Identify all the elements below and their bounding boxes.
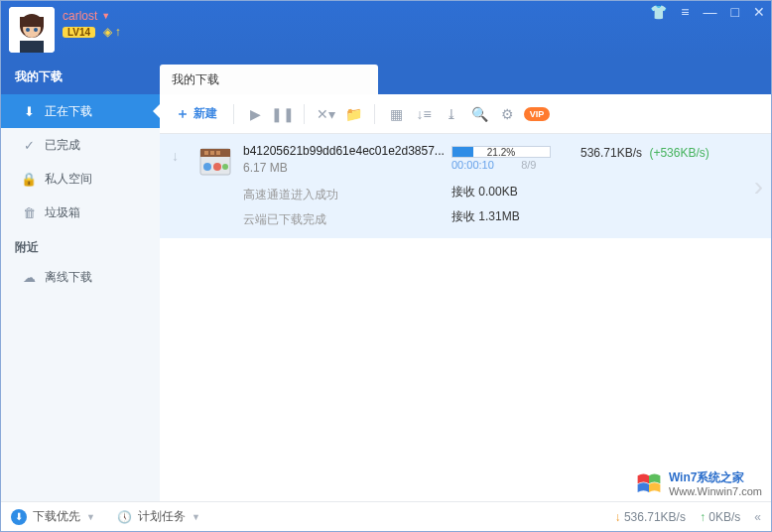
schedule-label[interactable]: 计划任务 bbox=[138, 508, 186, 525]
titlebar: carlost▼ LV14 ◈ ↑ 👕 ≡ — □ ✕ bbox=[1, 1, 771, 59]
rx-val: 0.00KB bbox=[478, 185, 517, 199]
file-status-2: 云端已下载完成 bbox=[243, 211, 451, 228]
file-name: b41205621b99dd61e4ec01e2d3857... bbox=[243, 144, 451, 158]
close-button[interactable]: ✕ bbox=[753, 5, 765, 19]
priority-icon[interactable]: ⬇ bbox=[11, 509, 27, 525]
chevron-down-icon: ▼ bbox=[86, 512, 95, 522]
sidebar-item-completed[interactable]: ✓ 已完成 bbox=[1, 128, 160, 162]
separator bbox=[233, 104, 234, 124]
rx-line-2: 接收 1.31MB bbox=[451, 208, 580, 225]
progress-bar: 21.2% bbox=[451, 146, 551, 158]
sidebar-item-label: 私人空间 bbox=[45, 171, 92, 188]
minimize-button[interactable]: — bbox=[704, 5, 717, 19]
import-icon[interactable]: ⤓ bbox=[441, 103, 462, 125]
speed-boost: (+536KB/s) bbox=[649, 146, 708, 160]
file-size: 6.17 MB bbox=[243, 161, 451, 175]
sidebar-item-label: 垃圾箱 bbox=[45, 204, 80, 221]
level-badge: LV14 bbox=[63, 27, 95, 38]
svg-point-12 bbox=[203, 163, 211, 171]
chevron-down-icon: ▼ bbox=[192, 512, 200, 522]
username[interactable]: carlost▼ bbox=[63, 9, 121, 23]
sidebar-item-trash[interactable]: 🗑 垃圾箱 bbox=[1, 196, 160, 229]
separator bbox=[374, 104, 375, 124]
progress-meta: 00:00:10 8/9 bbox=[451, 158, 580, 172]
sidebar-header: 我的下载 bbox=[1, 59, 160, 94]
shirt-icon[interactable]: 👕 bbox=[650, 5, 667, 19]
svg-rect-11 bbox=[216, 151, 220, 155]
sidebar-item-label: 离线下载 bbox=[45, 269, 92, 286]
menu-icon[interactable]: ≡ bbox=[681, 5, 689, 19]
chevron-down-icon: ▼ bbox=[101, 11, 110, 21]
svg-rect-6 bbox=[20, 41, 44, 53]
check-icon: ✓ bbox=[21, 138, 37, 153]
up-arrow-icon: ↑ bbox=[700, 510, 706, 524]
sidebar: 我的下载 ⬇ 正在下载 ✓ 已完成 🔒 私人空间 🗑 垃圾箱 附近 ☁ 离线下载 bbox=[1, 59, 160, 501]
sidebar-item-downloading[interactable]: ⬇ 正在下载 bbox=[1, 94, 160, 128]
new-label: 新建 bbox=[193, 105, 217, 122]
user-block: carlost▼ LV14 ◈ ↑ bbox=[63, 9, 121, 39]
sidebar-sub-header: 附近 bbox=[1, 229, 160, 260]
play-button[interactable]: ▶ bbox=[244, 103, 266, 125]
sidebar-item-private[interactable]: 🔒 私人空间 bbox=[1, 162, 160, 196]
progress-percent: 21.2% bbox=[452, 147, 550, 159]
up-speed-value: 0KB/s bbox=[708, 510, 740, 524]
username-text: carlost bbox=[63, 9, 97, 23]
svg-point-5 bbox=[34, 28, 38, 32]
statusbar: ⬇ 下载优先 ▼ 🕔 计划任务 ▼ ↓ 536.71KB/s ↑ 0KB/s « bbox=[1, 501, 771, 531]
body: 我的下载 ⬇ 正在下载 ✓ 已完成 🔒 私人空间 🗑 垃圾箱 附近 ☁ 离线下载 bbox=[1, 59, 771, 501]
progress-block: 21.2% 00:00:10 8/9 接收 0.00KB 接收 1.31MB bbox=[451, 144, 580, 225]
maximize-button[interactable]: □ bbox=[731, 5, 739, 19]
folder-button[interactable]: 📁 bbox=[342, 103, 364, 125]
down-speed-value: 536.71KB/s bbox=[624, 510, 686, 524]
window-controls: 👕 ≡ — □ ✕ bbox=[650, 5, 765, 19]
pause-button[interactable]: ❚❚ bbox=[272, 103, 294, 125]
grid-icon[interactable]: ▦ bbox=[385, 103, 407, 125]
app-window: carlost▼ LV14 ◈ ↑ 👕 ≡ — □ ✕ 我的下载 ⬇ 正在下载 … bbox=[0, 0, 772, 532]
tab-downloads[interactable]: 我的下载 bbox=[160, 65, 378, 94]
gear-icon[interactable]: ⚙ bbox=[496, 103, 518, 125]
user-badges: LV14 ◈ ↑ bbox=[63, 25, 121, 39]
cloud-icon: ☁ bbox=[21, 270, 37, 285]
elapsed-time: 00:00:10 bbox=[451, 159, 494, 171]
rx-label: 接收 bbox=[451, 209, 475, 223]
download-icon: ⬇ bbox=[21, 104, 37, 119]
plus-icon: ＋ bbox=[176, 105, 190, 123]
fraction: 8/9 bbox=[521, 159, 536, 171]
sidebar-item-offline[interactable]: ☁ 离线下载 bbox=[1, 260, 160, 294]
file-status-1: 高速通道进入成功 bbox=[243, 187, 451, 203]
tabbar: 我的下载 bbox=[160, 59, 771, 94]
download-row[interactable]: ↓ b41205621b99dd61e4ec01e2d3857... 6.17 … bbox=[160, 134, 771, 238]
expand-icon[interactable]: « bbox=[754, 510, 761, 524]
lock-icon: 🔒 bbox=[21, 172, 37, 187]
search-icon[interactable]: 🔍 bbox=[468, 103, 490, 125]
new-button[interactable]: ＋新建 bbox=[170, 101, 223, 127]
arrow-down-icon: ↓ bbox=[172, 144, 188, 164]
svg-rect-9 bbox=[204, 151, 208, 155]
down-arrow-icon: ↓ bbox=[615, 510, 621, 524]
svg-point-14 bbox=[222, 164, 228, 170]
file-info: b41205621b99dd61e4ec01e2d3857... 6.17 MB… bbox=[243, 144, 451, 228]
down-speed: ↓ 536.71KB/s bbox=[615, 510, 686, 524]
separator bbox=[304, 104, 305, 124]
avatar[interactable] bbox=[9, 7, 55, 53]
sidebar-item-label: 正在下载 bbox=[45, 103, 92, 120]
svg-point-4 bbox=[26, 28, 30, 32]
chevron-right-icon[interactable]: › bbox=[754, 171, 763, 202]
trash-icon: 🗑 bbox=[21, 205, 37, 220]
vip-badge[interactable]: VIP bbox=[524, 107, 550, 121]
priority-label[interactable]: 下载优先 bbox=[33, 508, 80, 525]
clock-icon[interactable]: 🕔 bbox=[117, 510, 132, 524]
svg-rect-10 bbox=[210, 151, 214, 155]
tab-label: 我的下载 bbox=[172, 71, 219, 88]
rx-val: 1.31MB bbox=[478, 209, 519, 223]
main: 我的下载 ＋新建 ▶ ❚❚ ✕▾ 📁 ▦ ↓≡ ⤓ 🔍 ⚙ VIP ↓ bbox=[160, 59, 771, 501]
file-icon bbox=[197, 144, 233, 180]
rx-line-1: 接收 0.00KB bbox=[451, 184, 580, 200]
toolbar: ＋新建 ▶ ❚❚ ✕▾ 📁 ▦ ↓≡ ⤓ 🔍 ⚙ VIP bbox=[160, 94, 771, 134]
rx-label: 接收 bbox=[451, 185, 475, 199]
sort-icon[interactable]: ↓≡ bbox=[413, 103, 435, 125]
speed-value: 536.71KB/s bbox=[580, 146, 642, 160]
coin-icon: ◈ ↑ bbox=[103, 25, 121, 39]
svg-rect-3 bbox=[20, 17, 44, 27]
delete-button[interactable]: ✕▾ bbox=[315, 103, 336, 125]
